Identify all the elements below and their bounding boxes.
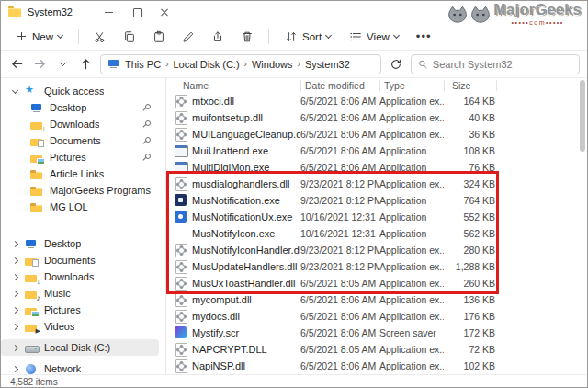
main-area: Quick access Desktop Downloads Documents… <box>1 78 587 374</box>
sidebar-item-majorgeeks-programs[interactable]: MajorGeeks Programs <box>1 182 159 199</box>
column-header-name[interactable]: Name <box>174 80 300 91</box>
file-row[interactable]: Mystify.scr 6/5/2021 8:06 AM Screen save… <box>166 325 587 341</box>
minimize-icon[interactable] <box>102 5 117 19</box>
file-date: 6/5/2021 8:05 AM <box>300 278 379 289</box>
file-name: MusNotifyIconHandler.dll <box>192 245 300 256</box>
scrollbar-thumb[interactable] <box>580 80 585 152</box>
maximize-icon[interactable] <box>130 5 144 19</box>
paste-button[interactable] <box>148 28 170 46</box>
sidebar-item-documents[interactable]: Documents <box>1 252 159 268</box>
share-button[interactable] <box>207 28 229 46</box>
window-controls <box>102 5 172 19</box>
search-box[interactable] <box>411 54 580 74</box>
file-row[interactable]: mycomput.dll 6/5/2021 8:06 AM Applicatio… <box>166 291 587 308</box>
sidebar-item-local-disk-c[interactable]: Local Disk (C:) <box>1 339 159 356</box>
file-row[interactable]: MusNotification.exe 9/23/2021 8:12 PM Ap… <box>166 192 587 209</box>
view-button[interactable]: View <box>344 28 404 46</box>
copy-button[interactable] <box>119 28 141 46</box>
file-type: Application ex... <box>379 294 444 305</box>
file-type: Application ex... <box>379 278 444 289</box>
file-row[interactable]: MusUxToastHandler.dll 6/5/2021 8:05 AM A… <box>166 275 587 291</box>
file-date: 6/5/2021 8:06 AM <box>300 327 379 338</box>
file-row[interactable]: MUILanguageCleanup.dll 6/5/2021 8:06 AM … <box>166 126 587 143</box>
recent-locations-button[interactable] <box>54 56 71 73</box>
sidebar-item-mg-lol[interactable]: MG LOL <box>1 199 159 215</box>
file-name: MusNotification.exe <box>192 195 300 206</box>
chevron-right-icon[interactable] <box>10 242 19 246</box>
column-header-date-modified[interactable]: Date modified <box>300 80 379 91</box>
sidebar-item-pictures[interactable]: Pictures <box>1 302 159 318</box>
sidebar-item-label: Network <box>44 363 81 374</box>
sidebar-item-pictures-pinned[interactable]: Pictures <box>1 149 159 165</box>
sidebar-item-videos[interactable]: Videos <box>1 318 159 335</box>
delete-button[interactable] <box>236 28 258 46</box>
breadcrumb-this-pc[interactable]: This PC <box>125 59 161 70</box>
file-row[interactable]: mtxoci.dll 6/5/2021 8:06 AM Application … <box>166 93 587 109</box>
file-row[interactable]: musdialoghandlers.dll 9/23/2021 8:12 PM … <box>166 176 587 192</box>
file-row[interactable]: muifontsetup.dll 6/5/2021 8:06 AM Applic… <box>166 109 587 126</box>
sidebar-item-documents-pinned[interactable]: Documents <box>1 132 159 149</box>
chevron-right-icon[interactable] <box>10 258 19 263</box>
rename-button[interactable] <box>177 28 199 46</box>
sidebar-item-desktop[interactable]: Desktop <box>1 235 159 252</box>
chevron-right-icon[interactable] <box>10 291 19 296</box>
sidebar-item-label: MG LOL <box>50 201 88 212</box>
breadcrumb-local-disk[interactable]: Local Disk (C:) <box>173 59 239 70</box>
new-button-label: New <box>32 31 53 42</box>
file-row[interactable]: MultiDigiMon.exe 6/5/2021 8:06 AM Applic… <box>166 159 587 176</box>
gremlin-icon <box>447 6 468 24</box>
sidebar-item-desktop-pinned[interactable]: Desktop <box>1 99 159 116</box>
breadcrumb-system32[interactable]: System32 <box>305 59 350 70</box>
sidebar-item-label: MajorGeeks Programs <box>50 185 151 196</box>
new-button[interactable]: New <box>10 28 68 45</box>
file-row[interactable]: MusNotifyIconHandler.dll 9/23/2021 8:12 … <box>166 242 587 258</box>
file-name: mtxoci.dll <box>192 96 300 107</box>
pin-icon <box>141 104 150 112</box>
close-icon[interactable] <box>157 5 172 19</box>
file-type: Application ex... <box>379 360 444 371</box>
search-input[interactable] <box>433 59 572 70</box>
file-row[interactable]: MusNotifyIcon.exe 10/16/2021 12:31 ... A… <box>166 225 587 242</box>
file-size: 562 KB <box>444 228 495 239</box>
file-row[interactable]: MusUpdateHandlers.dll 9/23/2021 8:12 PM … <box>166 258 587 275</box>
sidebar-item-article-links[interactable]: Article Links <box>1 165 159 182</box>
sidebar-item-network[interactable]: Network <box>1 360 159 374</box>
column-header-type[interactable]: Type <box>379 80 444 91</box>
vertical-scrollbar[interactable] <box>579 78 586 374</box>
chevron-right-icon[interactable] <box>10 346 19 350</box>
sidebar-item-downloads-pinned[interactable]: Downloads <box>1 116 159 132</box>
chevron-expanded-icon[interactable] <box>10 90 19 93</box>
back-button[interactable] <box>8 56 25 73</box>
sort-button[interactable]: Sort <box>279 28 336 46</box>
file-row[interactable]: mydocs.dll 6/5/2021 8:06 AM Application … <box>166 308 587 325</box>
sidebar-item-downloads[interactable]: Downloads <box>1 268 159 285</box>
chevron-right-icon[interactable] <box>10 308 19 313</box>
see-more-button[interactable]: ••• <box>412 30 436 43</box>
forward-button[interactable] <box>31 56 48 73</box>
folder-icon <box>30 185 44 197</box>
breadcrumb-windows[interactable]: Windows <box>252 59 293 70</box>
file-type: Application ex... <box>379 344 444 355</box>
file-row[interactable]: MuiUnattend.exe 6/5/2021 8:06 AM Applica… <box>166 143 587 159</box>
cut-button[interactable] <box>89 28 111 46</box>
gremlin-icon <box>470 6 491 24</box>
chevron-down-icon <box>57 31 63 38</box>
sidebar-item-label: Quick access <box>44 86 104 97</box>
up-button[interactable] <box>77 56 94 73</box>
chevron-down-icon <box>58 59 68 69</box>
sidebar-item-quick-access[interactable]: Quick access <box>1 83 159 99</box>
file-size: 280 KB <box>444 245 495 256</box>
view-icon <box>349 30 362 43</box>
file-row[interactable]: NapiNSP.dll 6/5/2021 8:06 AM Application… <box>166 358 587 374</box>
refresh-button[interactable] <box>388 56 404 73</box>
chevron-right-icon[interactable] <box>10 325 19 329</box>
sidebar-item-music[interactable]: Music <box>1 285 159 302</box>
file-type: Screen saver <box>379 327 444 338</box>
file-size: 552 KB <box>444 211 495 223</box>
column-header-size[interactable]: Size <box>444 80 497 91</box>
file-row[interactable]: MusNotificationUx.exe 10/16/2021 12:31 .… <box>166 209 587 225</box>
breadcrumb[interactable]: This PC › Local Disk (C:) › Windows › Sy… <box>100 54 381 74</box>
chevron-right-icon[interactable] <box>10 275 19 280</box>
file-row[interactable]: NAPCRYPT.DLL 6/5/2021 8:05 AM Applicatio… <box>166 341 587 358</box>
chevron-right-icon[interactable] <box>10 367 19 371</box>
